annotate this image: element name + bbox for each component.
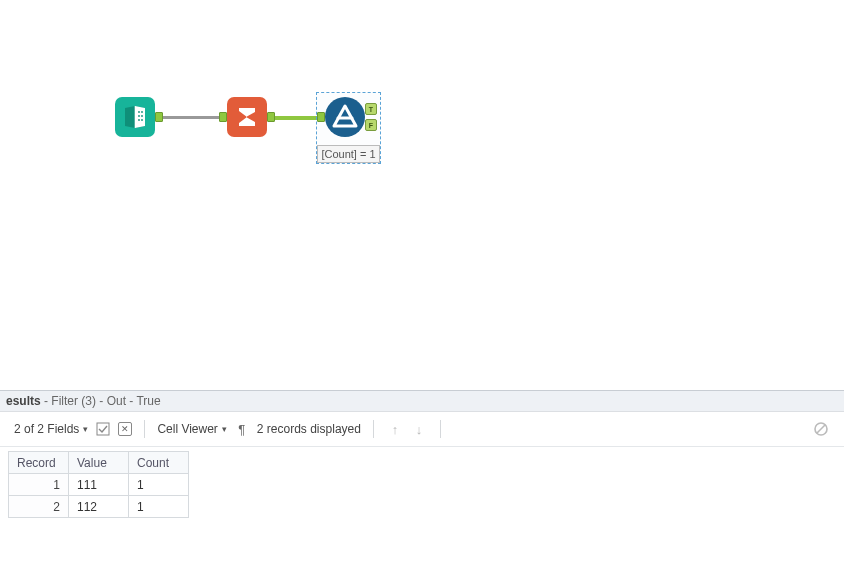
output-port[interactable] (267, 112, 275, 122)
not-allowed-icon[interactable] (812, 420, 830, 438)
cell-viewer-dropdown[interactable]: Cell Viewer ▾ (157, 422, 226, 436)
workflow-canvas[interactable]: [Count] = 1 T F (0, 0, 844, 390)
cell-record: 2 (9, 496, 69, 518)
results-title-bar: esults - Filter (3) - Out - True (0, 391, 844, 412)
chevron-down-icon: ▾ (222, 424, 227, 434)
svg-point-0 (138, 111, 140, 113)
input-port[interactable] (219, 112, 227, 122)
output-port[interactable] (155, 112, 163, 122)
input-data-icon (122, 104, 148, 130)
cell-count: 1 (129, 474, 189, 496)
table-header-row: Record Value Count (9, 452, 189, 474)
separator (373, 420, 374, 438)
cell-value: 112 (69, 496, 129, 518)
separator (440, 420, 441, 438)
arrow-down-icon[interactable]: ↓ (410, 420, 428, 438)
col-record[interactable]: Record (9, 452, 69, 474)
cell-count: 1 (129, 496, 189, 518)
connector (155, 116, 227, 119)
svg-rect-8 (97, 423, 109, 435)
col-value[interactable]: Value (69, 452, 129, 474)
table-row[interactable]: 21121 (9, 496, 189, 518)
svg-point-2 (138, 119, 140, 121)
svg-point-3 (141, 111, 143, 113)
results-toolbar: 2 of 2 Fields ▾ ✕ Cell Viewer ▾ ¶ 2 reco… (0, 412, 844, 447)
filter-caption: [Count] = 1 (317, 145, 380, 163)
cell-value: 111 (69, 474, 129, 496)
true-output-port[interactable]: T (365, 103, 377, 115)
svg-point-5 (141, 119, 143, 121)
separator (144, 420, 145, 438)
svg-point-4 (141, 115, 143, 117)
results-title-label: esults (6, 394, 41, 408)
table-row[interactable]: 11111 (9, 474, 189, 496)
col-count[interactable]: Count (129, 452, 189, 474)
fields-dropdown[interactable]: 2 of 2 Fields ▾ (14, 422, 88, 436)
false-output-port[interactable]: F (365, 119, 377, 131)
summarize-tool[interactable] (227, 97, 267, 137)
filter-icon (331, 103, 359, 131)
svg-marker-6 (334, 106, 356, 126)
results-title-detail: - Filter (3) - Out - True (41, 394, 161, 408)
records-displayed-label: 2 records displayed (257, 422, 361, 436)
paragraph-icon[interactable]: ¶ (233, 420, 251, 438)
svg-point-1 (138, 115, 140, 117)
cell-record: 1 (9, 474, 69, 496)
chevron-down-icon: ▾ (83, 424, 88, 434)
input-port[interactable] (317, 112, 325, 122)
sigma-icon (233, 103, 261, 131)
fields-dropdown-label: 2 of 2 Fields (14, 422, 79, 436)
checkbox-icon[interactable] (94, 420, 112, 438)
cell-viewer-label: Cell Viewer (157, 422, 217, 436)
results-panel: esults - Filter (3) - Out - True 2 of 2 … (0, 390, 844, 574)
filter-tool[interactable]: T F (325, 97, 365, 137)
input-data-tool[interactable] (115, 97, 155, 137)
arrow-up-icon[interactable]: ↑ (386, 420, 404, 438)
clear-icon[interactable]: ✕ (118, 422, 132, 436)
results-grid[interactable]: Record Value Count 1111121121 (8, 451, 189, 518)
svg-line-10 (817, 425, 825, 433)
